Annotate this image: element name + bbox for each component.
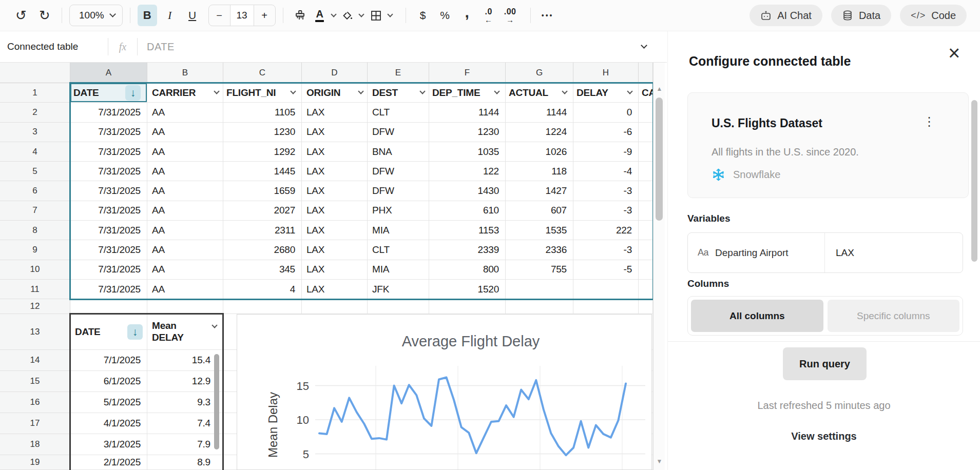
- cell-B6[interactable]: AA: [147, 181, 223, 201]
- cell-F3[interactable]: 1230: [429, 123, 506, 142]
- cell-A11[interactable]: 7/31/2025: [70, 280, 147, 299]
- cell-G9[interactable]: 2336: [506, 240, 573, 260]
- cell-H3[interactable]: -6: [573, 123, 639, 142]
- row-header-16[interactable]: 16: [0, 392, 70, 413]
- chevron-down-icon[interactable]: [419, 88, 425, 94]
- cell-A8[interactable]: 7/31/2025: [70, 221, 147, 240]
- chevron-down-icon[interactable]: [358, 11, 364, 17]
- cell-A9[interactable]: 7/31/2025: [70, 240, 147, 260]
- row-header-6[interactable]: 6: [0, 181, 70, 201]
- cell-G7[interactable]: 607: [506, 201, 573, 221]
- cell-B19[interactable]: 8.9: [147, 455, 223, 470]
- data-button[interactable]: Data: [831, 5, 891, 26]
- sort-descending-icon[interactable]: ↓: [127, 324, 143, 340]
- cell-I7[interactable]: [639, 201, 653, 221]
- cell-B1[interactable]: CARRIER: [147, 83, 223, 103]
- chevron-down-icon[interactable]: [627, 88, 632, 94]
- specific-columns-option[interactable]: Specific columns: [828, 300, 960, 332]
- cell-A1[interactable]: DATE↓: [70, 83, 147, 103]
- scroll-up-icon[interactable]: ▲: [654, 85, 665, 92]
- cell-H6[interactable]: -3: [573, 181, 639, 201]
- column-header-A[interactable]: A: [70, 63, 147, 83]
- cell-E11[interactable]: JFK: [368, 280, 429, 299]
- cell-A19[interactable]: 2/1/2025: [70, 455, 147, 470]
- cell-C6[interactable]: 1659: [223, 181, 302, 201]
- cell-G2[interactable]: 1144: [506, 103, 573, 122]
- cell-H7[interactable]: -3: [573, 201, 639, 221]
- cell-B9[interactable]: AA: [147, 240, 223, 260]
- cell-A3[interactable]: 7/31/2025: [70, 123, 147, 142]
- cell-A13[interactable]: DATE↓: [70, 314, 147, 350]
- cell-G10[interactable]: 755: [506, 260, 573, 280]
- cell-A17[interactable]: 4/1/2025: [70, 413, 147, 434]
- ai-chat-button[interactable]: AI Chat: [750, 5, 822, 26]
- cell-C9[interactable]: 2680: [223, 240, 302, 260]
- cell-I8[interactable]: [639, 221, 653, 240]
- cell-E12[interactable]: [368, 299, 429, 314]
- cell-C4[interactable]: 1292: [223, 142, 302, 162]
- cell-B17[interactable]: 7.4: [147, 413, 223, 434]
- increase-decimal-button[interactable]: .00 →: [501, 5, 520, 26]
- chevron-down-icon[interactable]: [387, 11, 393, 17]
- row-header-7[interactable]: 7: [0, 201, 70, 221]
- column-header-H[interactable]: H: [573, 63, 639, 83]
- cell-I11[interactable]: [639, 280, 653, 299]
- formula-input[interactable]: DATE: [147, 41, 642, 53]
- cell-F5[interactable]: 122: [429, 162, 506, 181]
- cell-F6[interactable]: 1430: [429, 181, 506, 201]
- comma-format-button[interactable]: ,: [457, 5, 477, 26]
- chevron-down-icon[interactable]: [331, 11, 336, 17]
- row-header-15[interactable]: 15: [0, 371, 70, 392]
- cell-H5[interactable]: -4: [573, 162, 639, 181]
- cell-G6[interactable]: 1427: [506, 181, 573, 201]
- column-header-F[interactable]: F: [429, 63, 506, 83]
- cell-D4[interactable]: LAX: [302, 142, 368, 162]
- cell-A5[interactable]: 7/31/2025: [70, 162, 147, 181]
- row-header-18[interactable]: 18: [0, 434, 70, 455]
- cell-I1[interactable]: CA: [639, 83, 653, 103]
- row-header-5[interactable]: 5: [0, 162, 70, 181]
- cell-E7[interactable]: PHX: [368, 201, 429, 221]
- cell-H8[interactable]: 222: [573, 221, 639, 240]
- variable-name-cell[interactable]: Aa Departing Airport: [688, 233, 825, 272]
- decrease-font-button[interactable]: −: [209, 5, 230, 26]
- font-size-value[interactable]: 13: [230, 5, 254, 26]
- cell-H9[interactable]: -3: [573, 240, 639, 260]
- scroll-down-icon[interactable]: ▼: [654, 458, 665, 465]
- row-header-10[interactable]: 10: [0, 260, 70, 280]
- panel-scrollbar[interactable]: [971, 100, 977, 262]
- currency-format-button[interactable]: $: [413, 5, 433, 26]
- name-box[interactable]: Connected table: [7, 41, 108, 52]
- formula-bar-expand-icon[interactable]: [641, 42, 647, 49]
- cell-I9[interactable]: [639, 240, 653, 260]
- flight-delay-chart[interactable]: 51015Average Flight DelayMean Delay: [237, 314, 652, 470]
- cell-D5[interactable]: LAX: [302, 162, 368, 181]
- cell-B10[interactable]: AA: [147, 260, 223, 280]
- cell-B5[interactable]: AA: [147, 162, 223, 181]
- cell-E10[interactable]: MIA: [368, 260, 429, 280]
- chevron-down-icon[interactable]: [562, 88, 567, 94]
- chevron-down-icon[interactable]: [214, 88, 219, 94]
- cell-F12[interactable]: [429, 299, 506, 314]
- cell-I10[interactable]: [639, 260, 653, 280]
- cell-E9[interactable]: CLT: [368, 240, 429, 260]
- cell-I2[interactable]: [639, 103, 653, 122]
- cell-B16[interactable]: 9.3: [147, 392, 223, 413]
- cell-D6[interactable]: LAX: [302, 181, 368, 201]
- sort-descending-icon[interactable]: ↓: [125, 85, 141, 101]
- cell-H10[interactable]: -5: [573, 260, 639, 280]
- chevron-down-icon[interactable]: [494, 88, 499, 94]
- italic-button[interactable]: I: [160, 5, 180, 26]
- cell-F11[interactable]: 1520: [429, 280, 506, 299]
- column-header-E[interactable]: E: [368, 63, 429, 83]
- summary-table-scrollbar[interactable]: [214, 354, 219, 449]
- row-header-17[interactable]: 17: [0, 413, 70, 434]
- bold-button[interactable]: B: [138, 5, 157, 26]
- cell-C8[interactable]: 2311: [223, 221, 302, 240]
- row-header-2[interactable]: 2: [0, 103, 70, 122]
- cell-F4[interactable]: 1035: [429, 142, 506, 162]
- cell-A2[interactable]: 7/31/2025: [70, 103, 147, 122]
- cell-C1[interactable]: FLIGHT_NI: [223, 83, 302, 103]
- row-header-11[interactable]: 11: [0, 280, 70, 299]
- underline-button[interactable]: U: [183, 5, 202, 26]
